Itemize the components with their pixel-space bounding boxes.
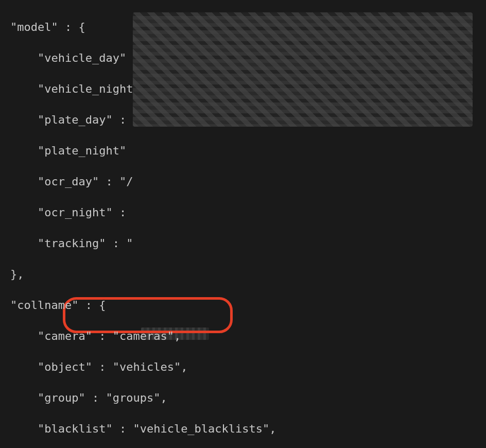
code-line: "ocr_day" : "/ bbox=[10, 175, 133, 188]
code-line: "camera" : "cameras", bbox=[10, 330, 181, 342]
code-line: "object" : "vehicles", bbox=[10, 360, 187, 373]
code-line: "blacklist" : "vehicle_blacklists", bbox=[10, 422, 276, 435]
code-line: }, bbox=[10, 268, 24, 281]
code-line: "group" : "groups", bbox=[10, 391, 167, 404]
code-line: "vehicle_day" bbox=[10, 51, 126, 64]
code-line: "plate_day" : bbox=[10, 113, 126, 126]
code-line: "model" : { bbox=[10, 21, 85, 33]
code-block: "model" : { "vehicle_day" "vehicle_night… bbox=[0, 0, 486, 448]
code-line: "vehicle_night bbox=[10, 82, 133, 95]
code-line: "collname" : { bbox=[10, 299, 106, 312]
redacted-region bbox=[133, 12, 473, 127]
code-line: "plate_night" bbox=[10, 144, 126, 157]
code-line: "tracking" : " bbox=[10, 237, 133, 250]
code-line: "ocr_night" : bbox=[10, 206, 126, 219]
